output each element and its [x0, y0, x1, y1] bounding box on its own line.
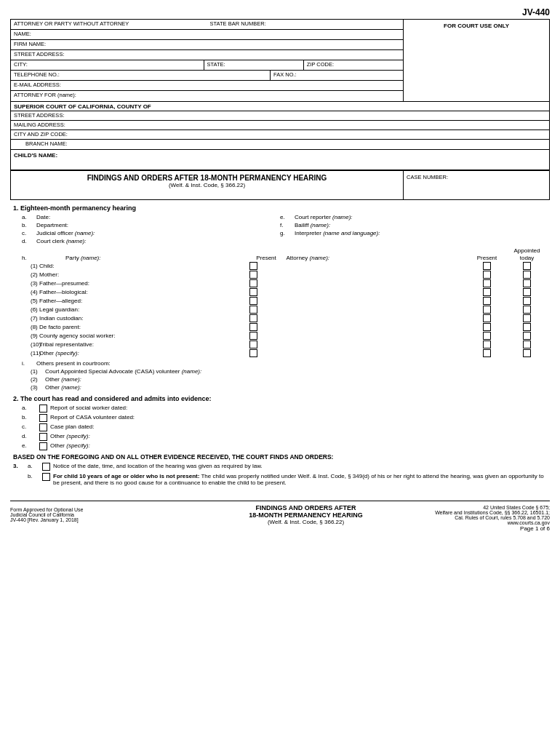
party-row-8: (8) De facto parent:	[13, 323, 547, 331]
party-num-3: (3)	[13, 280, 39, 287]
s3-main-label: 3.	[13, 463, 28, 469]
party-present-8	[233, 323, 273, 331]
s3-b-checkbox[interactable]	[42, 473, 50, 481]
party-name-3: Father—presumed:	[39, 280, 233, 287]
party-atty-present-2	[467, 271, 507, 279]
party-present-4	[233, 288, 273, 296]
state-bar-label: STATE BAR NUMBER:	[207, 20, 404, 29]
s3-a-label: a.	[28, 463, 42, 469]
street-field: STREET ADDRESS:	[11, 50, 403, 60]
s2-e-checkbox[interactable]	[39, 442, 47, 450]
footer-title-sub: (Welf. & Inst. Code, § 366.22)	[207, 519, 404, 525]
item-i-text: Others present in courtroom:	[36, 360, 547, 367]
court-branch: BRANCH NAME:	[11, 140, 549, 149]
attorney-label: ATTORNEY OR PARTY WITHOUT ATTORNEY	[11, 20, 207, 29]
others-2-text: Other (name):	[45, 376, 547, 383]
footer-right-3: Cal. Rules of Court, rules 5.708 and 5.7…	[404, 515, 550, 520]
s2-d-text: Other (specify):	[50, 433, 547, 439]
s2-a-label: a.	[22, 405, 36, 411]
item-f-text: Bailiff (name):	[295, 222, 547, 228]
others-1-text: Court Appointed Special Advocate (CASA) …	[45, 368, 547, 375]
s2-c-checkbox[interactable]	[39, 423, 47, 431]
party-present-9	[233, 332, 273, 340]
others-3-text: Other (name):	[45, 384, 547, 391]
case-number-block: CASE NUMBER:	[404, 171, 549, 199]
item-f-label: f.	[280, 222, 295, 228]
party-appointed-9	[507, 332, 547, 340]
party-name-1: Child:	[39, 263, 233, 269]
form-number: JV-440	[10, 7, 550, 17]
name-field: NAME:	[11, 30, 403, 40]
party-atty-present-1	[467, 262, 507, 270]
title-block: FINDINGS AND ORDERS AFTER 18-MONTH PERMA…	[11, 171, 404, 199]
form-title: FINDINGS AND ORDERS AFTER 18-MONTH PERMA…	[14, 174, 400, 182]
party-num-6: (6)	[13, 306, 39, 313]
party-present-2	[233, 271, 273, 279]
party-num-11: (11)	[13, 350, 39, 356]
party-num-4: (4)	[13, 289, 39, 295]
party-appointed-11	[507, 349, 547, 357]
party-name-2: Mother:	[39, 271, 233, 278]
s2-e-text: Other (specify):	[50, 442, 547, 449]
s2-d-checkbox[interactable]	[39, 433, 47, 441]
footer-left-2: Judicial Council of California	[10, 512, 207, 517]
party-row-4: (4) Father—biological:	[13, 288, 547, 296]
form-title-sub: (Welf. & Inst. Code, § 366.22)	[14, 182, 400, 188]
s2-a-checkbox[interactable]	[39, 405, 47, 413]
party-present-1	[233, 262, 273, 270]
childs-name-label: CHILD'S NAME:	[14, 152, 57, 159]
city-label: CITY:	[11, 60, 204, 70]
section2-header: 2. The court has read and considered and…	[13, 395, 547, 402]
party-appointed-2	[507, 271, 547, 279]
party-atty-present-10	[467, 340, 507, 348]
s2-d-label: d.	[22, 433, 36, 439]
party-row-6: (6) Legal guardian:	[13, 306, 547, 314]
footer-right-1: 42 United States Code § 675;	[404, 505, 550, 510]
party-table: h. Party (name): Present Attorney (name)…	[13, 247, 547, 357]
s2-b-checkbox[interactable]	[39, 414, 47, 422]
party-present-6	[233, 306, 273, 314]
footer: Form Approved for Optional Use Judicial …	[10, 501, 550, 525]
footer-left-3: JV-440 [Rev. January 1, 2018]	[10, 517, 207, 522]
party-present-5	[233, 297, 273, 305]
party-name-9: County agency social worker:	[39, 332, 233, 339]
party-appointed-4	[507, 288, 547, 296]
item-d-label: d.	[22, 238, 36, 244]
party-row-9: (9) County agency social worker:	[13, 332, 547, 340]
zip-label: ZIP CODE:	[303, 60, 403, 70]
party-name-8: De facto parent:	[39, 324, 233, 330]
party-appointed-6	[507, 306, 547, 314]
footer-left-1: Form Approved for Optional Use	[10, 507, 207, 512]
s3-a-checkbox[interactable]	[42, 463, 50, 471]
party-atty-present-9	[467, 332, 507, 340]
item-i-label: i.	[22, 360, 36, 367]
party-name-11: Other (specify):	[39, 350, 233, 356]
party-atty-present-8	[467, 323, 507, 331]
firm-field: FIRM NAME:	[11, 40, 403, 50]
item-c-label: c.	[22, 230, 36, 236]
court-use-box: FOR COURT USE ONLY	[404, 20, 549, 101]
s2-a-text: Report of social worker dated:	[50, 405, 547, 411]
fax-label: FAX NO.:	[270, 71, 403, 80]
state-label: STATE:	[204, 60, 303, 70]
party-row-10: (10) Tribal representative:	[13, 340, 547, 348]
h-label: h.	[13, 255, 39, 261]
s3-b-text: For child 10 years of age or older who i…	[53, 473, 547, 486]
case-number-label: CASE NUMBER:	[407, 174, 546, 180]
party-num-8: (8)	[13, 324, 39, 330]
party-appointed-1	[507, 262, 547, 270]
party-row-7: (7) Indian custodian:	[13, 314, 547, 322]
item-d-text: Court clerk (name):	[36, 238, 280, 244]
footer-right-4: www.courts.ca.gov	[404, 520, 550, 525]
party-num-9: (9)	[13, 332, 39, 339]
court-use-label: FOR COURT USE ONLY	[407, 23, 546, 29]
footer-center: FINDINGS AND ORDERS AFTER 18-MONTH PERMA…	[207, 504, 404, 525]
s2-b-label: b.	[22, 414, 36, 421]
s3-a-text: Notice of the date, time, and location o…	[53, 463, 547, 469]
footer-title-2: 18-MONTH PERMANENCY HEARING	[207, 511, 404, 519]
item-e-label: e.	[280, 214, 295, 220]
party-row-2: (2) Mother:	[13, 271, 547, 279]
item-a-label: a.	[22, 214, 36, 220]
appointed-col-header: Appointed today	[507, 247, 547, 261]
s2-c-label: c.	[22, 423, 36, 430]
